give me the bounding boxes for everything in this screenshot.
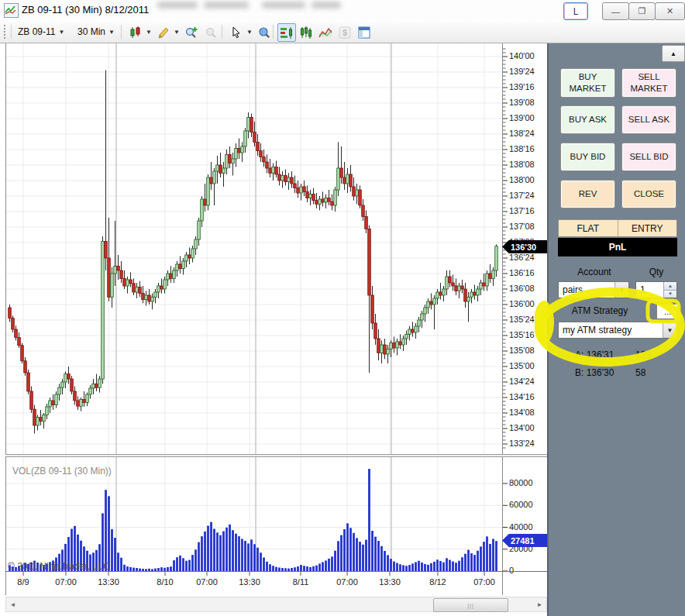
copyright-text: © 2011 NinjaTrader, LLC: [8, 561, 110, 572]
reverse-button[interactable]: REV: [560, 180, 615, 208]
chevron-down-icon: ▼: [58, 29, 64, 36]
chart-trader-panel: ▲ BUY MARKET SELL MARKET BUY ASK SELL AS…: [547, 43, 685, 616]
atm-options-button[interactable]: ...: [656, 304, 679, 319]
flat-indicator: FLAT: [559, 220, 618, 236]
close-button[interactable]: ✕: [655, 2, 685, 20]
candles: [9, 71, 498, 434]
scrollbar-thumb[interactable]: |||: [433, 598, 508, 612]
blurred-text: [262, 2, 305, 9]
atm-strategy-label: ATM Strategy: [572, 305, 628, 316]
blurred-text: [312, 2, 341, 9]
link-button[interactable]: L: [563, 2, 588, 20]
titlebar: ZB 09-11 (30 Min) 8/12/2011 L — ❐ ✕: [0, 0, 685, 20]
price-axis[interactable]: 140'00139'24139'16139'08139'00138'24138'…: [502, 43, 547, 595]
plot-left-border: [5, 43, 6, 595]
time-axis-ticks: [5, 572, 547, 576]
blurred-text: [157, 2, 198, 9]
window-title: ZB 09-11 (30 Min) 8/12/2011: [22, 4, 149, 15]
price-chart: [5, 43, 502, 454]
buy-ask-button[interactable]: BUY ASK: [560, 105, 615, 134]
qty-label: Qty: [649, 267, 664, 277]
time-tick-label: 8/11: [293, 577, 309, 587]
close-position-button[interactable]: CLOSE: [621, 180, 676, 208]
ask-price: A: 136'31: [575, 349, 614, 360]
last-price-marker: 136'30: [502, 240, 547, 253]
time-tick-label: 07:00: [55, 577, 77, 587]
drawing-tools-dropdown[interactable]: ▼: [170, 24, 180, 40]
qty-up-icon[interactable]: ▲: [664, 282, 676, 290]
horizontal-scrollbar[interactable]: ◄ ||| ►: [5, 597, 547, 612]
scroll-left-arrow[interactable]: ◄: [6, 597, 19, 611]
atm-strategy-select[interactable]: my ATM strategy ▼: [558, 322, 677, 339]
buy-bid-button[interactable]: BUY BID: [560, 143, 615, 171]
time-tick-label: 07:00: [336, 577, 358, 587]
time-tick-label: 8/9: [17, 577, 29, 587]
volume-indicator-label: VOL(ZB 09-11 (30 Min)): [12, 466, 112, 477]
zoom-in-icon[interactable]: [182, 23, 201, 42]
market-analyzer-icon[interactable]: [297, 23, 315, 42]
pane-splitter[interactable]: [5, 454, 547, 457]
pnl-display: PnL: [558, 238, 677, 256]
time-axis[interactable]: 8/907:0013:308/1007:0013:308/1107:0013:3…: [5, 572, 547, 595]
quantity-stepper[interactable]: 1 ▲ ▼: [635, 281, 677, 298]
account-label: Account: [577, 267, 611, 277]
minimize-button[interactable]: —: [602, 2, 629, 20]
qty-down-icon[interactable]: ▼: [664, 290, 676, 298]
buy-market-button[interactable]: BUY MARKET: [560, 68, 615, 98]
toolbar-grip[interactable]: [4, 25, 8, 39]
time-tick-label: 07:00: [196, 577, 218, 587]
sell-market-button[interactable]: SELL MARKET: [621, 68, 676, 98]
blurred-text: [204, 2, 249, 9]
properties-icon[interactable]: [355, 23, 373, 42]
axis-ticks: [503, 43, 547, 595]
price-pane[interactable]: [5, 43, 502, 454]
chevron-down-icon[interactable]: ▼: [614, 282, 628, 298]
scroll-right-arrow[interactable]: ►: [533, 597, 546, 611]
toolbar: ZB 09-11▼ 30 Min▼ ▼ ▼: [0, 21, 685, 43]
chart-style-icon[interactable]: [316, 23, 335, 42]
zoom-out-icon: [201, 23, 220, 42]
time-tick-label: 07:00: [473, 577, 495, 587]
chart-icon: [4, 3, 19, 18]
x-axis-line: [5, 571, 547, 572]
cursor-dropdown[interactable]: ▼: [243, 24, 253, 40]
dollar-icon: $: [336, 23, 354, 42]
sell-bid-button[interactable]: SELL BID: [621, 143, 676, 171]
bid-price: B: 136'30: [575, 367, 614, 378]
account-select[interactable]: pairs ▼: [558, 281, 629, 298]
position-state-bar: FLAT ENTRY: [558, 219, 677, 237]
chart-trader-icon[interactable]: [277, 23, 296, 42]
time-tick-label: 13:30: [239, 577, 260, 587]
chevron-down-icon: ▼: [108, 29, 115, 36]
svg-text:$: $: [342, 28, 347, 37]
time-tick-label: 8/12: [429, 577, 446, 587]
volume-bars: [9, 469, 497, 571]
bid-size: 58: [635, 367, 645, 378]
collapse-panel-button[interactable]: ▲: [662, 45, 685, 62]
bar-style-dropdown[interactable]: ▼: [143, 24, 152, 40]
chart-window: ZB 09-11 (30 Min) 8/12/2011 L — ❐ ✕ ZB 0…: [0, 0, 685, 616]
period-selector[interactable]: 30 Min▼: [77, 24, 115, 40]
chevron-down-icon[interactable]: ▼: [663, 322, 676, 338]
restore-button[interactable]: ❐: [628, 2, 656, 20]
instrument-selector[interactable]: ZB 09-11▼: [18, 24, 64, 40]
data-box-icon[interactable]: [255, 23, 274, 42]
ask-size: 123: [635, 349, 651, 360]
last-volume-marker: 27481: [502, 534, 547, 547]
time-tick-label: 8/10: [157, 577, 173, 587]
entry-indicator: ENTRY: [618, 220, 677, 236]
sell-ask-button[interactable]: SELL ASK: [621, 105, 676, 134]
time-tick-label: 13:30: [98, 577, 119, 587]
time-tick-label: 13:30: [379, 577, 401, 587]
